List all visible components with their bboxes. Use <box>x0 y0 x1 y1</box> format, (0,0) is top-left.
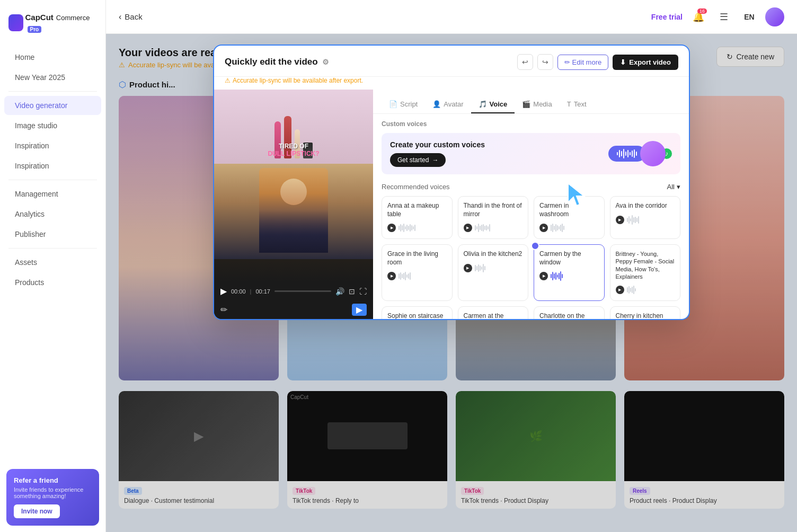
script-icon: 📄 <box>389 100 397 108</box>
undo-button[interactable]: ↩ <box>517 54 533 70</box>
edit-more-button[interactable]: ✏ Edit more <box>557 55 608 70</box>
volume-icon[interactable]: 🔊 <box>335 287 344 296</box>
play-dot[interactable]: ▶ <box>464 264 472 272</box>
cv-person <box>640 141 666 166</box>
play-dot[interactable]: ▶ <box>464 224 472 232</box>
get-started-button[interactable]: Get started → <box>390 153 446 167</box>
voice-card-cherry[interactable]: Cherry in kitchen ▶ <box>610 306 681 319</box>
draw-tool-button[interactable]: ✏ <box>220 305 227 315</box>
play-dot[interactable]: ▶ <box>539 224 548 232</box>
play-dot[interactable]: ▶ <box>539 272 548 280</box>
modal-title: Quickly edit the video ⚙ <box>225 57 517 67</box>
refer-box: Refer a friend Invite friends to experie… <box>6 469 99 526</box>
logo-subtext: Commerce <box>56 14 90 22</box>
voice-card-carmen-bw[interactable]: Carmen by the window ▶ <box>534 244 605 301</box>
back-arrow-icon: ‹ <box>119 12 121 22</box>
tab-avatar[interactable]: 👤 Avatar <box>425 96 471 113</box>
tab-media[interactable]: 🎬 Media <box>515 96 559 113</box>
voice-card-grace[interactable]: Grace in the living room ▶ <box>382 244 453 301</box>
sidebar-item-home[interactable]: Home <box>4 48 101 67</box>
back-label: Back <box>125 12 142 21</box>
video-preview: TIRED OF DULL LIPSTICK? <box>214 90 373 282</box>
language-icon[interactable]: EN <box>740 7 759 26</box>
invite-button[interactable]: Invite now <box>14 504 60 518</box>
sidebar-item-newyear[interactable]: New Year 2025 <box>4 68 101 87</box>
time-total: 00:17 <box>255 288 270 295</box>
refer-title: Refer a friend <box>14 476 92 484</box>
crop-icon[interactable]: ⊡ <box>349 287 355 296</box>
voice-grid: Anna at a makeup table ▶ <box>382 196 680 319</box>
voice-card-brittney[interactable]: Brittney - Young, Peppy Female - Social … <box>610 244 681 301</box>
sidebar-item-imagestudio[interactable]: Image studio <box>4 116 101 135</box>
play-dot[interactable]: ▶ <box>387 272 396 280</box>
play-dot[interactable]: ▶ <box>616 216 624 224</box>
notification-icon[interactable]: 🔔 16 <box>689 7 708 26</box>
custom-voices-card: Create your custom voices Get started → <box>382 133 680 174</box>
divider-2 <box>8 180 97 180</box>
video-panel: TIRED OF DULL LIPSTICK? <box>214 90 373 319</box>
sidebar: CapCut Commerce Pro Home New Year 2025 V… <box>0 0 106 532</box>
tab-text[interactable]: T Text <box>560 96 594 113</box>
modal-warning: ⚠ Accurate lip-sync will be available af… <box>214 77 689 90</box>
sidebar-item-arttools[interactable]: Inspiration <box>4 156 101 175</box>
voice-icon: 🎵 <box>479 100 487 108</box>
free-trial-button[interactable]: Free trial <box>651 13 683 21</box>
divider-3 <box>8 248 97 249</box>
content-area: Your videos are ready! Export to save yo… <box>106 34 797 532</box>
selected-indicator <box>531 242 539 250</box>
voice-card-ava[interactable]: Ava in the corridor ▶ <box>610 196 681 239</box>
voice-card-thandi[interactable]: Thandi in the front of mirror ▶ <box>458 196 529 239</box>
modal: Quickly edit the video ⚙ ↩ ↪ ✏ Edit more… <box>213 45 690 320</box>
back-button[interactable]: ‹ Back <box>119 12 143 22</box>
sidebar-item-products[interactable]: Products <box>4 273 101 292</box>
export-button[interactable]: ⬇ Export video <box>613 55 678 70</box>
sidebar-item-management[interactable]: Management <box>4 184 101 203</box>
fullscreen-icon[interactable]: ⛶ <box>359 287 367 296</box>
time-separator: | <box>250 288 252 295</box>
chevron-down-icon: ▾ <box>677 183 680 191</box>
settings-icon[interactable]: ⚙ <box>322 58 329 66</box>
logo-text: CapCut <box>25 13 54 22</box>
play-dot[interactable]: ▶ <box>616 286 624 294</box>
progress-bar[interactable] <box>274 290 331 292</box>
pro-badge: Pro <box>28 26 42 33</box>
voice-card-sophie[interactable]: Sophie on staircase ▶ <box>382 306 453 319</box>
voice-card-carmen-w[interactable]: Carmen in washroom ▶ <box>534 196 605 239</box>
sidebar-item-publisher[interactable]: Publisher <box>4 225 101 244</box>
sidebar-item-videogen[interactable]: Video generator <box>4 96 101 115</box>
text-icon: T <box>567 100 571 108</box>
play-dot[interactable]: ▶ <box>387 224 396 232</box>
sidebar-item-inspiration[interactable]: Inspiration <box>4 136 101 155</box>
play-button[interactable]: ▶ <box>220 286 227 296</box>
tab-script[interactable]: 📄 Script <box>382 96 425 113</box>
avatar-icon: 👤 <box>432 100 441 108</box>
menu-icon[interactable]: ☰ <box>714 7 733 26</box>
topbar: ‹ Back Free trial 🔔 16 ☰ EN <box>106 0 797 34</box>
voice-card-olivia[interactable]: Olivia in the kitchen2 ▶ <box>458 244 529 301</box>
voice-card-anna[interactable]: Anna at a makeup table ▶ <box>382 196 453 239</box>
redo-button[interactable]: ↪ <box>537 54 553 70</box>
sidebar-item-assets[interactable]: Assets <box>4 253 101 272</box>
voice-card-charlotte[interactable]: Charlotte on the balcony ▶ <box>534 306 605 319</box>
custom-voices-label: Custom voices <box>382 120 680 128</box>
all-filter[interactable]: All ▾ <box>667 183 680 191</box>
recommended-label: Recommended voices <box>382 183 450 191</box>
tab-voice[interactable]: 🎵 Voice <box>471 96 515 113</box>
video-controls: ▶ 00:00 | 00:17 🔊 ⊡ ⛶ <box>214 282 373 300</box>
export-icon: ⬇ <box>620 58 626 66</box>
voice-card-carmen-mt[interactable]: Carmen at the makeup table ▶ <box>458 306 529 319</box>
media-icon: 🎬 <box>522 100 530 108</box>
notification-badge: 16 <box>697 8 707 14</box>
cv-visual: ♪ <box>608 141 672 166</box>
sidebar-item-analytics[interactable]: Analytics <box>4 205 101 224</box>
video-overlay-text2: DULL LIPSTICK? <box>268 150 319 157</box>
modal-header: Quickly edit the video ⚙ ↩ ↪ ✏ Edit more… <box>214 46 689 77</box>
refer-desc: Invite friends to experience something a… <box>14 486 92 499</box>
modal-header-actions: ↩ ↪ ✏ Edit more ⬇ Export video <box>517 54 678 70</box>
time-current: 00:00 <box>231 288 246 295</box>
voice-panel: 📄 Script 👤 Avatar 🎵 Voice <box>373 90 689 319</box>
avatar[interactable] <box>765 7 784 26</box>
logo: CapCut Commerce Pro <box>0 0 105 42</box>
active-tool-button[interactable]: ▶ <box>352 304 367 316</box>
edit-more-icon: ✏ <box>564 58 570 66</box>
